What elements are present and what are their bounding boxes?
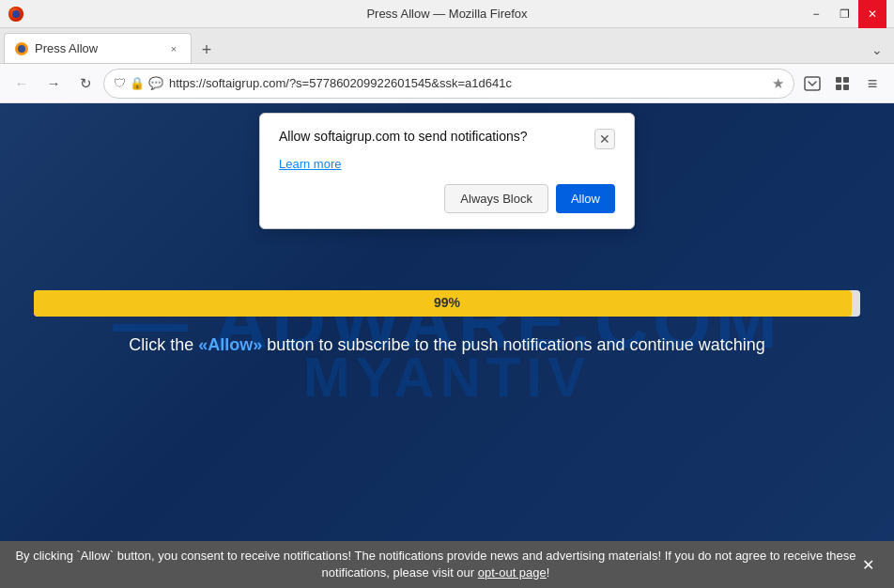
svg-rect-4 xyxy=(805,77,820,90)
svg-rect-8 xyxy=(843,85,849,90)
notification-icon: 💬 xyxy=(148,76,163,90)
subscribe-allow: «Allow» xyxy=(198,335,262,354)
restore-button[interactable]: ❐ xyxy=(830,0,858,28)
dialog-buttons: Always Block Allow xyxy=(279,184,615,213)
svg-rect-5 xyxy=(836,77,841,83)
subscribe-before: Click the xyxy=(129,335,198,354)
security-icons: 🛡 🔒 💬 xyxy=(114,76,163,90)
extensions-icon xyxy=(834,75,851,92)
svg-rect-7 xyxy=(836,85,841,90)
url-text: https://softaigrup.com/?s=57786020992260… xyxy=(169,76,766,90)
reload-button[interactable]: ↻ xyxy=(71,70,100,98)
forward-button[interactable]: → xyxy=(39,70,68,98)
progress-text: 99% xyxy=(434,295,460,310)
firefox-icon xyxy=(8,6,24,23)
close-button[interactable]: ✕ xyxy=(858,0,886,28)
new-tab-button[interactable]: + xyxy=(193,37,220,63)
back-button[interactable]: ← xyxy=(8,70,36,98)
menu-button[interactable]: ≡ xyxy=(858,70,886,98)
progress-bar-container: 99% xyxy=(34,290,860,317)
watermark-text-bottom: MYANTIV xyxy=(0,345,894,410)
svg-point-3 xyxy=(18,45,25,53)
main-content: — ADWARE.COM MYANTIV 99% Click the «Allo… xyxy=(0,103,894,541)
tab-close-button[interactable]: × xyxy=(166,41,181,56)
titlebar-title: Press Allow — Mozilla Firefox xyxy=(366,7,527,21)
bookmark-button[interactable]: ★ xyxy=(772,75,784,92)
tab-favicon xyxy=(14,41,29,56)
always-block-button[interactable]: Always Block xyxy=(444,184,548,213)
tab-label: Press Allow xyxy=(35,41,98,55)
opt-out-link[interactable]: opt-out page xyxy=(478,565,547,580)
address-bar[interactable]: 🛡 🔒 💬 https://softaigrup.com/?s=57786020… xyxy=(103,69,794,99)
allow-button[interactable]: Allow xyxy=(556,184,615,213)
active-tab[interactable]: Press Allow × xyxy=(4,33,192,63)
lock-icon: 🔒 xyxy=(130,76,145,90)
navbar: ← → ↻ 🛡 🔒 💬 https://softaigrup.com/?s=57… xyxy=(0,64,894,103)
dialog-header: Allow softaigrup.com to send notificatio… xyxy=(279,129,615,149)
subscribe-text: Click the «Allow» button to subscribe to… xyxy=(129,335,764,355)
hamburger-icon: ≡ xyxy=(868,75,878,92)
titlebar: Press Allow — Mozilla Firefox − ❐ ✕ xyxy=(0,0,894,28)
notification-dialog: Allow softaigrup.com to send notificatio… xyxy=(259,113,635,229)
minimize-button[interactable]: − xyxy=(802,0,830,28)
titlebar-left xyxy=(8,6,24,23)
subscribe-after: button to subscribe to the push notifica… xyxy=(262,335,764,354)
tab-expand-button[interactable]: ⌄ xyxy=(864,37,890,63)
bottom-text-after: ! xyxy=(547,565,550,580)
bottom-notification-bar: By clicking `Allow` button, you consent … xyxy=(0,541,894,588)
toolbar-icons: ≡ xyxy=(798,70,886,98)
tabbar: Press Allow × + ⌄ xyxy=(0,28,894,64)
dialog-close-button[interactable]: ✕ xyxy=(594,129,615,149)
bottom-bar-text: By clicking `Allow` button, you consent … xyxy=(15,548,856,581)
pocket-button[interactable] xyxy=(798,70,826,98)
svg-rect-6 xyxy=(843,77,849,83)
bottom-bar-close-button[interactable]: ✕ xyxy=(856,553,879,576)
shield-icon: 🛡 xyxy=(114,76,126,90)
titlebar-controls: − ❐ ✕ xyxy=(802,0,886,28)
dialog-title: Allow softaigrup.com to send notificatio… xyxy=(279,129,594,144)
pocket-icon xyxy=(804,75,821,92)
svg-point-1 xyxy=(12,10,20,18)
bottom-text-before: By clicking `Allow` button, you consent … xyxy=(15,549,855,580)
extensions-button[interactable] xyxy=(828,70,856,98)
learn-more-link[interactable]: Learn more xyxy=(279,157,615,171)
